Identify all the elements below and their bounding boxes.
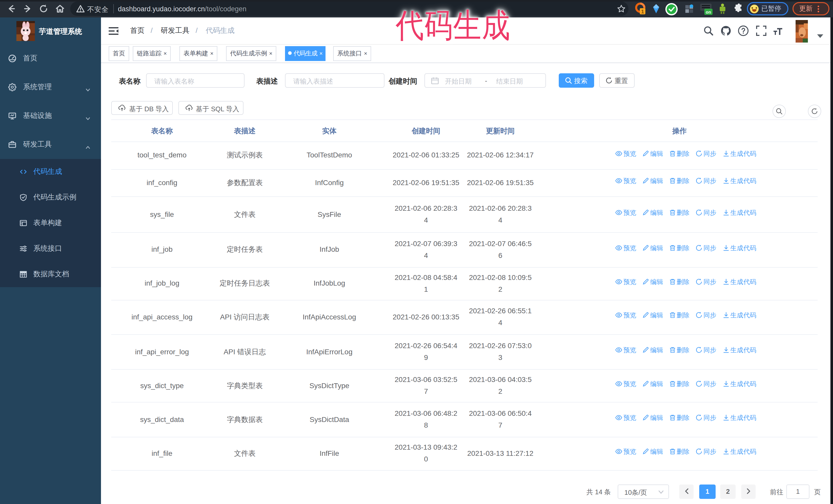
svg-text:1: 1	[641, 9, 644, 14]
svg-text:on: on	[706, 10, 711, 15]
